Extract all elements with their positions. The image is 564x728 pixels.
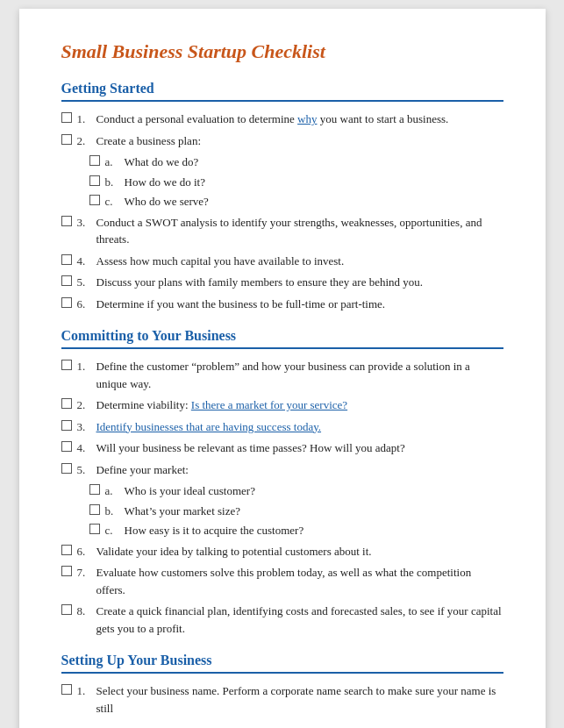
checkbox[interactable] <box>89 195 100 205</box>
list-item: a.What do we do? <box>89 153 503 171</box>
checkbox[interactable] <box>61 684 72 695</box>
checklist-row: 3.Identify businesses that are having su… <box>61 418 503 436</box>
item-number: 1. <box>77 358 93 375</box>
item-text: Define the customer “problem” and how yo… <box>96 358 503 392</box>
checklist-row: 5.Define your market: <box>61 461 503 479</box>
item-number: 7. <box>77 564 93 582</box>
checkbox[interactable] <box>61 463 72 474</box>
list-item: 6.Determine if you want the business to … <box>61 296 503 313</box>
section-divider <box>61 347 503 349</box>
list-item: 2.Create a business plan:a.What do we do… <box>61 132 503 211</box>
item-number: 5. <box>77 461 93 479</box>
item-number: 8. <box>77 603 93 620</box>
item-text: Create a business plan: <box>96 132 503 150</box>
checkbox[interactable] <box>61 216 72 226</box>
list-item: 3.Identify businesses that are having su… <box>61 418 503 436</box>
sub-item-letter: b. <box>105 503 121 520</box>
list-item: 6.Validate your idea by talking to poten… <box>61 543 503 560</box>
item-number: 5. <box>77 274 93 291</box>
sub-checklist-row: b.What’s your market size? <box>89 503 503 520</box>
checklist-row: 8.Create a quick financial plan, identif… <box>61 603 503 637</box>
checkbox[interactable] <box>89 524 100 534</box>
item-number: 2. <box>77 396 93 414</box>
sub-checklist: a.Who is your ideal customer?b.What’s yo… <box>89 482 503 539</box>
sub-item-text: What’s your market size? <box>125 503 503 520</box>
sub-item-letter: a. <box>105 482 121 500</box>
section-title: Committing to Your Business <box>61 328 503 344</box>
list-item: c.Who do we serve? <box>89 193 503 211</box>
list-item: 7.Evaluate how customers solve this prob… <box>61 564 503 598</box>
checkbox[interactable] <box>61 360 72 370</box>
item-text: Validate your idea by talking to potenti… <box>96 543 503 560</box>
checkbox[interactable] <box>61 398 72 409</box>
checklist-row: 7.Evaluate how customers solve this prob… <box>61 564 503 598</box>
list-item: 8.Create a quick financial plan, identif… <box>61 603 503 637</box>
checkbox[interactable] <box>89 175 100 186</box>
sub-item-text: How do we do it? <box>125 174 503 191</box>
list-item: 4.Will your business be relevant as time… <box>61 439 503 457</box>
checkbox[interactable] <box>61 134 72 145</box>
item-number: 1. <box>77 111 93 128</box>
item-text: Identify businesses that are having succ… <box>96 418 503 436</box>
sub-item-letter: a. <box>105 153 121 171</box>
sub-checklist: a.What do we do?b.How do we do it?c.Who … <box>89 153 503 211</box>
item-text: Evaluate how customers solve this proble… <box>96 564 503 598</box>
checklist-row: 6.Determine if you want the business to … <box>61 296 503 313</box>
sub-checklist-row: c.How easy is it to acquire the customer… <box>89 522 503 539</box>
checkbox[interactable] <box>61 297 72 308</box>
checkbox[interactable] <box>61 254 72 265</box>
sub-item-letter: c. <box>105 522 121 539</box>
page-title: Small Business Startup Checklist <box>61 40 503 63</box>
list-item: 1.Define the customer “problem” and how … <box>61 358 503 392</box>
checklist-row: 1.Define the customer “problem” and how … <box>61 358 503 392</box>
checkbox[interactable] <box>61 420 72 431</box>
item-link[interactable]: Identify businesses that are having succ… <box>96 420 322 433</box>
checkbox[interactable] <box>61 566 72 576</box>
checkbox[interactable] <box>89 504 100 515</box>
item-number: 2. <box>77 132 93 150</box>
list-item: 5.Define your market:a.Who is your ideal… <box>61 461 503 539</box>
list-item: 4.Assess how much capital you have avail… <box>61 253 503 270</box>
list-item: a.Who is your ideal customer? <box>89 482 503 500</box>
item-text: Define your market: <box>96 461 503 479</box>
item-text: Will your business be relevant as time p… <box>96 439 503 457</box>
checklist-row: 1.Conduct a personal evaluation to deter… <box>61 111 503 128</box>
checkbox[interactable] <box>61 112 72 123</box>
list-item: 1.Conduct a personal evaluation to deter… <box>61 111 503 128</box>
sub-checklist-row: a.What do we do? <box>89 153 503 171</box>
item-number: 6. <box>77 543 93 560</box>
item-text: Select your business name. Perform a cor… <box>96 682 503 717</box>
checklist-row: 1.Select your business name. Perform a c… <box>61 682 503 717</box>
checkbox[interactable] <box>61 441 72 452</box>
section-divider <box>61 672 503 674</box>
item-number: 3. <box>77 214 93 232</box>
item-text: Determine viability: Is there a market f… <box>96 396 503 414</box>
sub-checklist-row: a.Who is your ideal customer? <box>89 482 503 500</box>
item-text: Assess how much capital you have availab… <box>96 253 503 270</box>
checkbox[interactable] <box>61 604 72 615</box>
checklist-row: 6.Validate your idea by talking to poten… <box>61 543 503 560</box>
section-getting-started: Getting Started1.Conduct a personal eval… <box>61 81 503 312</box>
item-number: 1. <box>77 682 93 700</box>
list-item: 2.Determine viability: Is there a market… <box>61 396 503 414</box>
item-text: Conduct a personal evaluation to determi… <box>96 111 503 128</box>
sub-item-text: Who is your ideal customer? <box>125 482 503 500</box>
sub-checklist-row: c.Who do we serve? <box>89 193 503 211</box>
checkbox[interactable] <box>61 545 72 555</box>
list-item: c.How easy is it to acquire the customer… <box>89 522 503 539</box>
checkbox[interactable] <box>89 155 100 166</box>
item-link[interactable]: Is there a market for your service? <box>191 398 347 411</box>
sub-item-letter: b. <box>105 174 121 191</box>
checklist: 1.Select your business name. Perform a c… <box>61 682 503 717</box>
item-text: Discuss your plans with family members t… <box>96 274 503 291</box>
sub-item-text: Who do we serve? <box>125 193 503 211</box>
section-divider <box>61 100 503 102</box>
item-number: 3. <box>77 418 93 436</box>
checkbox[interactable] <box>61 275 72 286</box>
item-number: 4. <box>77 439 93 457</box>
item-link[interactable]: why <box>297 112 317 125</box>
checklist-row: 3.Conduct a SWOT analysis to identify yo… <box>61 214 503 248</box>
checklist: 1.Define the customer “problem” and how … <box>61 358 503 637</box>
sub-item-text: What do we do? <box>125 153 503 171</box>
checkbox[interactable] <box>89 484 100 495</box>
